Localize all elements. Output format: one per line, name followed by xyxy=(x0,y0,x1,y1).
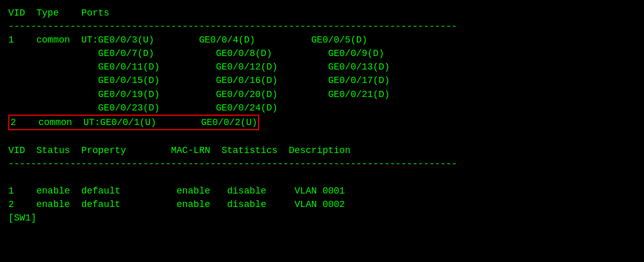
table1-row1-line4: GE0/0/15(D) GE0/0/16(D) GE0/0/17(D) xyxy=(8,74,636,87)
table2-separator: ----------------------------------------… xyxy=(8,157,636,171)
table1-separator: ----------------------------------------… xyxy=(8,20,636,33)
table1-row1-line3: GE0/0/11(D) GE0/0/12(D) GE0/0/13(D) xyxy=(8,60,636,74)
table1-row1-line1: 1 common UT:GE0/0/3(U) GE0/0/4(D) GE0/0/… xyxy=(8,33,636,47)
table2-row2: 2 enable default enable disable VLAN 000… xyxy=(8,198,636,211)
table1-header: VID Type Ports xyxy=(8,6,636,20)
table1-row2-highlighted: 2 common UT:GE0/0/1(U) GE0/0/2(U) xyxy=(8,115,259,130)
table2-header: VID Status Property MAC-LRN Statistics D… xyxy=(8,144,636,157)
table1-row2-wrapper: 2 common UT:GE0/0/1(U) GE0/0/2(U) xyxy=(8,115,636,130)
blank-line-2 xyxy=(8,171,636,184)
table1-row1-line2: GE0/0/7(D) GE0/0/8(D) GE0/0/9(D) xyxy=(8,47,636,60)
table1-row1-line6: GE0/0/23(D) GE0/0/24(D) xyxy=(8,101,636,115)
table2-row1: 1 enable default enable disable VLAN 000… xyxy=(8,184,636,198)
table1-row1-line5: GE0/0/19(D) GE0/0/20(D) GE0/0/21(D) xyxy=(8,88,636,101)
blank-line-1 xyxy=(8,130,636,144)
terminal-window: VID Type Ports -------------------------… xyxy=(8,6,636,256)
prompt: [SW1] xyxy=(8,211,636,225)
